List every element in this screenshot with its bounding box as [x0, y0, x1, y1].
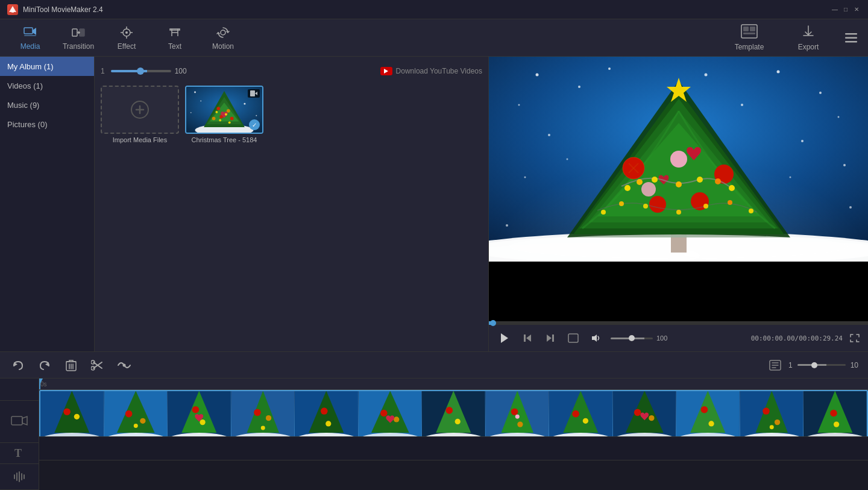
filmstrip-frame — [804, 391, 867, 437]
svg-point-175 — [763, 408, 770, 415]
toolbar-text[interactable]: Text — [151, 20, 199, 55]
sidebar-item-my-album[interactable]: My Album (1) — [0, 57, 94, 76]
svg-point-77 — [578, 86, 580, 88]
zoom-value: 100 — [175, 67, 187, 75]
svg-point-76 — [536, 74, 539, 77]
delete-button[interactable] — [63, 357, 80, 374]
app-icon — [7, 4, 18, 15]
svg-point-176 — [775, 419, 780, 425]
hamburger-button[interactable] — [840, 27, 862, 49]
youtube-icon — [380, 67, 392, 75]
ruler-0s: 0s — [40, 381, 47, 388]
preview-progress-bar[interactable] — [489, 321, 868, 325]
export-icon — [801, 24, 816, 40]
svg-marker-95 — [526, 335, 531, 342]
playhead[interactable] — [39, 378, 40, 389]
svg-point-149 — [446, 407, 453, 415]
speed-button[interactable] — [116, 357, 133, 374]
svg-point-80 — [777, 71, 780, 74]
audio-track — [39, 460, 868, 490]
christmas-tree-thumb[interactable]: ✓ — [185, 86, 263, 134]
step-forward-button[interactable] — [542, 330, 559, 347]
play-button[interactable] — [496, 330, 513, 347]
svg-point-161 — [583, 418, 588, 424]
toolbar-effect[interactable]: Effect — [102, 20, 151, 55]
effect-icon — [119, 25, 134, 40]
left-sidebar: My Album (1) Videos (1) Music (9) Pictur… — [0, 57, 95, 351]
loop-button[interactable] — [565, 330, 582, 347]
volume-slider[interactable] — [611, 338, 653, 339]
text-track — [39, 437, 868, 460]
timeline-content: T 0s — [0, 378, 868, 490]
motion-label: Motion — [212, 42, 234, 51]
svg-point-60 — [641, 182, 656, 196]
window-controls: — □ ✕ — [831, 5, 861, 14]
svg-point-26 — [230, 117, 234, 121]
svg-point-88 — [849, 206, 852, 209]
svg-point-36 — [190, 112, 192, 113]
svg-point-145 — [394, 417, 399, 422]
minimize-button[interactable]: — — [831, 5, 839, 14]
svg-point-82 — [838, 116, 840, 118]
progress-handle[interactable] — [490, 320, 496, 326]
import-media-label: Import Media Files — [113, 136, 167, 143]
filmstrip-frame — [104, 391, 168, 437]
sidebar-item-pictures[interactable]: Pictures (0) — [0, 115, 94, 134]
svg-point-35 — [244, 103, 245, 105]
redo-button[interactable] — [36, 357, 53, 374]
svg-marker-112 — [22, 416, 27, 425]
filmstrip-frame — [40, 391, 104, 437]
toolbar-media[interactable]: Media — [6, 20, 54, 55]
template-button[interactable]: Template — [722, 20, 776, 55]
christmas-tree-item[interactable]: ✓ Christmas Tree - 5184 — [185, 86, 263, 143]
svg-rect-96 — [524, 335, 526, 342]
title-bar: MiniTool MovieMaker 2.4 — □ ✕ — [0, 0, 868, 19]
sidebar-item-music[interactable]: Music (9) — [0, 95, 94, 115]
fullscreen-button[interactable] — [849, 332, 861, 344]
svg-point-87 — [506, 224, 508, 227]
svg-point-61 — [624, 185, 631, 191]
undo-button[interactable] — [10, 357, 27, 374]
svg-point-128 — [192, 406, 200, 413]
timeline-zoom-slider[interactable] — [797, 364, 846, 366]
volume-button[interactable] — [588, 330, 605, 347]
step-back-button[interactable] — [519, 330, 536, 347]
svg-point-32 — [194, 91, 196, 93]
time-display: 00:00:00.00/00:00:29.24 — [751, 335, 843, 342]
zoom-slider[interactable] — [111, 70, 171, 72]
split-button[interactable] — [89, 357, 106, 374]
svg-point-134 — [266, 415, 271, 421]
sidebar-item-videos[interactable]: Videos (1) — [0, 76, 94, 95]
filmstrip-frame — [486, 391, 550, 437]
import-media-thumb[interactable] — [101, 86, 179, 134]
svg-point-144 — [380, 410, 388, 417]
app-title: MiniTool MovieMaker 2.4 — [23, 5, 103, 14]
svg-point-123 — [140, 418, 145, 424]
maximize-button[interactable]: □ — [841, 5, 850, 14]
timeline-expand-button[interactable] — [767, 357, 784, 374]
svg-point-37 — [256, 115, 257, 116]
media-icon — [23, 25, 37, 40]
svg-point-59 — [670, 151, 687, 168]
filmstrip-frame — [613, 391, 677, 437]
toolbar-motion[interactable]: Motion — [199, 20, 247, 55]
toolbar-transition[interactable]: Transition — [54, 20, 102, 55]
youtube-download-button[interactable]: Download YouTube Videos — [380, 67, 482, 75]
filmstrip[interactable] — [39, 390, 868, 437]
svg-point-156 — [515, 415, 520, 419]
volume-value: 100 — [656, 335, 667, 342]
svg-rect-12 — [743, 33, 755, 34]
svg-text:T: T — [14, 447, 22, 459]
filmstrip-frame — [295, 391, 359, 437]
ruler-spacer — [0, 391, 39, 401]
svg-point-74 — [749, 209, 753, 213]
svg-marker-100 — [592, 335, 597, 342]
svg-rect-2 — [24, 28, 33, 34]
svg-point-122 — [125, 410, 132, 418]
close-button[interactable]: ✕ — [852, 5, 861, 14]
timeline-track-labels: T — [0, 378, 39, 490]
svg-point-154 — [511, 409, 518, 416]
export-button[interactable]: Export — [781, 20, 835, 55]
import-media-item[interactable]: Import Media Files — [101, 86, 179, 143]
filmstrip-frame — [676, 391, 740, 437]
